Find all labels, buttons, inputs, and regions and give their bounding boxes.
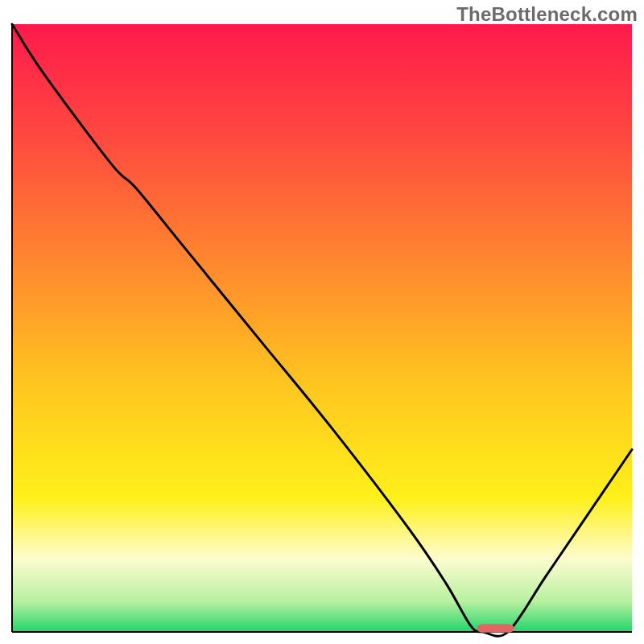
bottleneck-chart	[0, 0, 644, 644]
chart-stage: TheBottleneck.com	[0, 0, 644, 644]
plot-background	[12, 24, 632, 632]
optimum-marker	[477, 624, 514, 633]
